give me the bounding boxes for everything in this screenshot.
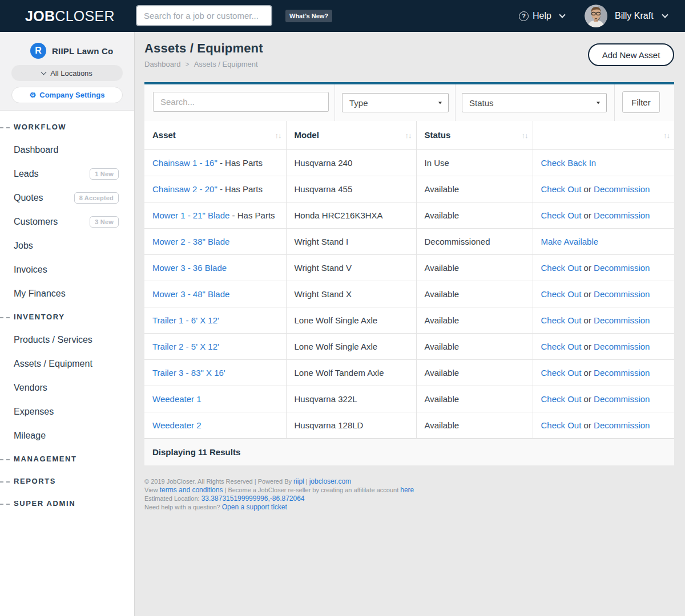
table-column-header[interactable]: Asset↑↓ bbox=[144, 121, 286, 149]
action-link[interactable]: Check Out bbox=[541, 315, 582, 325]
action-link[interactable]: Decommission bbox=[594, 289, 650, 299]
footer-text: Estimated Location: bbox=[144, 495, 202, 502]
action-separator: or bbox=[581, 315, 594, 325]
table-column-header[interactable]: Model↑↓ bbox=[286, 121, 416, 149]
action-link[interactable]: Decommission bbox=[594, 263, 650, 273]
footer-link[interactable]: Open a support ticket bbox=[222, 503, 287, 511]
asset-link[interactable]: Weedeater 2 bbox=[152, 420, 202, 430]
asset-link[interactable]: Mower 3 - 36 Blade bbox=[152, 263, 227, 273]
help-menu[interactable]: ? Help bbox=[519, 0, 565, 32]
gear-icon: ⚙ bbox=[30, 91, 37, 99]
sort-icon[interactable]: ↑↓ bbox=[522, 131, 528, 139]
footer-link[interactable]: 33.387315199999996,-86.872064 bbox=[202, 495, 305, 502]
help-label: Help bbox=[533, 11, 551, 21]
action-separator: or bbox=[581, 394, 594, 404]
avatar-image bbox=[585, 5, 607, 27]
table-row: Weedeater 2 Husqvarna 128LD Available Ch… bbox=[144, 412, 674, 438]
sidebar-nav-item[interactable]: My Finances bbox=[0, 282, 134, 306]
action-link[interactable]: Check Out bbox=[541, 420, 582, 430]
add-new-asset-button[interactable]: Add New Asset bbox=[588, 43, 674, 66]
sidebar-nav-item[interactable]: Jobs bbox=[0, 234, 134, 258]
action-link[interactable]: Make Available bbox=[541, 237, 599, 246]
nav-item-badge: 8 Accepted bbox=[74, 192, 119, 204]
status-cell: Available bbox=[416, 281, 533, 307]
company-settings-button[interactable]: ⚙ Company Settings bbox=[11, 87, 123, 103]
sidebar: R RIIPL Lawn Co All Locations ⚙ Company … bbox=[0, 32, 135, 616]
asset-link[interactable]: Chainsaw 1 - 16" bbox=[152, 158, 217, 168]
asset-cell: Weedeater 2 bbox=[144, 412, 286, 438]
asset-link[interactable]: Trailer 1 - 6' X 12' bbox=[152, 315, 219, 325]
actions-cell: Check Out or Decommission bbox=[533, 333, 674, 359]
action-link[interactable]: Decommission bbox=[594, 210, 650, 220]
whats-new-button[interactable]: What’s New? bbox=[285, 10, 332, 22]
nav-item-label: Expenses bbox=[14, 407, 54, 417]
footer-link[interactable]: riipl bbox=[293, 477, 304, 485]
breadcrumb-dashboard-link[interactable]: Dashboard bbox=[144, 60, 181, 68]
footer-link[interactable]: here bbox=[400, 486, 414, 494]
nav-item-label: Quotes bbox=[14, 193, 43, 203]
sidebar-nav-item[interactable]: Dashboard bbox=[0, 138, 134, 162]
nav-item-label: Invoices bbox=[14, 265, 47, 275]
action-link[interactable]: Check Out bbox=[541, 184, 582, 194]
sidebar-nav-item[interactable]: Mileage bbox=[0, 424, 134, 448]
global-search-input[interactable] bbox=[136, 5, 272, 26]
sidebar-nav-item[interactable]: Leads 1 New bbox=[0, 162, 134, 186]
status-select[interactable]: Status bbox=[462, 93, 607, 112]
action-link[interactable]: Check Out bbox=[541, 263, 582, 273]
table-column-header[interactable]: ↑↓ bbox=[533, 121, 674, 149]
breadcrumb-separator: > bbox=[186, 60, 190, 68]
table-search-input[interactable] bbox=[153, 92, 329, 112]
sidebar-nav-item[interactable]: Expenses bbox=[0, 400, 134, 424]
type-select[interactable]: Type bbox=[342, 93, 449, 112]
model-cell: Husqvarna 455 bbox=[286, 176, 416, 202]
action-link[interactable]: Check Out bbox=[541, 368, 582, 378]
sidebar-nav-item[interactable]: Customers 3 New bbox=[0, 210, 134, 234]
table-column-header[interactable]: Status↑↓ bbox=[416, 121, 533, 149]
asset-link[interactable]: Chainsaw 2 - 20" bbox=[152, 184, 217, 194]
company-logo: R bbox=[30, 43, 46, 59]
action-link[interactable]: Check Out bbox=[541, 289, 582, 299]
user-menu[interactable]: Billy Kraft bbox=[615, 0, 667, 32]
asset-link[interactable]: Mower 3 - 48" Blade bbox=[152, 289, 229, 299]
asset-cell: Trailer 2 - 5' X 12' bbox=[144, 333, 286, 359]
table-body: Chainsaw 1 - 16" - Has Parts Husqvarna 2… bbox=[144, 149, 674, 438]
company-settings-label: Company Settings bbox=[39, 91, 104, 99]
user-avatar[interactable] bbox=[585, 5, 607, 27]
sort-icon[interactable]: ↑↓ bbox=[405, 131, 412, 139]
actions-cell: Check Out or Decommission bbox=[533, 412, 674, 438]
sort-icon[interactable]: ↑↓ bbox=[663, 131, 670, 139]
action-link[interactable]: Check Out bbox=[541, 210, 582, 220]
model-cell: Wright Stand V bbox=[286, 254, 416, 281]
sidebar-nav-item[interactable]: Assets / Equipment bbox=[0, 352, 134, 376]
asset-link[interactable]: Trailer 3 - 83" X 16' bbox=[152, 368, 225, 378]
footer-link[interactable]: terms and conditions bbox=[160, 486, 223, 494]
nav-section-items: Dashboard Leads 1 New Quotes 8 Accepted … bbox=[0, 138, 134, 306]
sidebar-nav-item[interactable]: Products / Services bbox=[0, 328, 134, 352]
dashed-marker bbox=[0, 317, 10, 318]
action-link[interactable]: Decommission bbox=[594, 368, 650, 378]
action-link[interactable]: Decommission bbox=[594, 420, 650, 430]
nav-section-label: MANAGEMENT bbox=[14, 455, 77, 463]
asset-link[interactable]: Trailer 2 - 5' X 12' bbox=[152, 342, 219, 351]
status-cell: Available bbox=[416, 307, 533, 333]
action-link[interactable]: Decommission bbox=[594, 342, 650, 351]
all-locations-dropdown[interactable]: All Locations bbox=[11, 65, 123, 81]
action-link[interactable]: Check Back In bbox=[541, 158, 597, 168]
action-link[interactable]: Check Out bbox=[541, 342, 582, 351]
action-link[interactable]: Decommission bbox=[594, 315, 650, 325]
sidebar-nav-item[interactable]: Invoices bbox=[0, 258, 134, 282]
asset-link[interactable]: Mower 2 - 38" Blade bbox=[152, 237, 229, 246]
status-cell: Available bbox=[416, 202, 533, 228]
sort-icon[interactable]: ↑↓ bbox=[275, 131, 281, 139]
action-link[interactable]: Decommission bbox=[594, 184, 650, 194]
status-cell: Available bbox=[416, 333, 533, 359]
action-link[interactable]: Decommission bbox=[594, 394, 650, 404]
column-label: Asset bbox=[152, 130, 176, 140]
sidebar-nav-item[interactable]: Vendors bbox=[0, 376, 134, 400]
asset-link[interactable]: Weedeater 1 bbox=[152, 394, 202, 404]
filter-button[interactable]: Filter bbox=[622, 91, 660, 113]
footer-link[interactable]: jobcloser.com bbox=[309, 477, 351, 485]
action-link[interactable]: Check Out bbox=[541, 394, 582, 404]
sidebar-nav-item[interactable]: Quotes 8 Accepted bbox=[0, 186, 134, 210]
asset-link[interactable]: Mower 1 - 21" Blade bbox=[152, 210, 229, 220]
